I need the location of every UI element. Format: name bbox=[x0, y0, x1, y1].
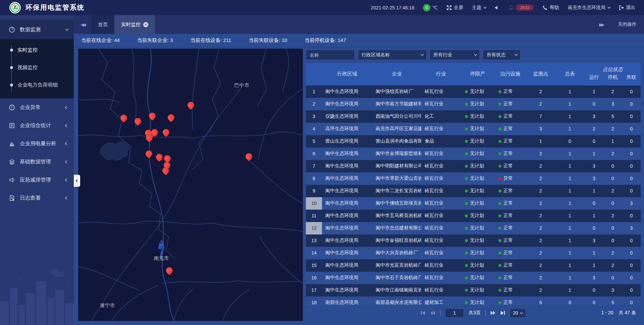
fullscreen-button[interactable]: 全屏 bbox=[446, 5, 463, 11]
cell-company: 阆中市江南镇阆南页岩 bbox=[372, 287, 421, 293]
table-row[interactable]: 13阆中生态环境局阆中市金福旺页岩机砖砖瓦行业无计划正常21300 bbox=[306, 234, 641, 247]
theme-button[interactable]: 主题 bbox=[472, 5, 486, 11]
cell-run-count: 1 bbox=[585, 188, 603, 194]
cell-monitor-count: 2 bbox=[526, 151, 555, 156]
cell-lost-count: 0 bbox=[622, 176, 641, 181]
table-row[interactable]: 18南部生态环境局南部县砌兴水泥有限公建材加工无计划正常60050 bbox=[306, 296, 641, 306]
cell-monitor-count: 2 bbox=[526, 250, 555, 256]
sidebar-item-emergency-reduction[interactable]: 应急减排管理 bbox=[0, 171, 74, 189]
logout-button[interactable]: 退出 bbox=[619, 5, 635, 11]
cell-lost-count: 0 bbox=[622, 126, 641, 131]
sidebar-item-company-statistics[interactable]: 企业综合统计 bbox=[0, 116, 74, 134]
cell-monitor-count: 2 bbox=[526, 176, 555, 181]
status-dot-green-icon bbox=[498, 115, 501, 118]
next-page-button[interactable] bbox=[490, 311, 495, 315]
close-operations-button[interactable]: 关闭操作 bbox=[618, 21, 637, 28]
alert-circle-icon bbox=[9, 104, 15, 111]
industry-filter-select[interactable]: 所有行业 bbox=[430, 50, 480, 60]
sidebar-item-data-monitor[interactable]: 数据监测 bbox=[0, 20, 74, 39]
col-facility: 治污设施 bbox=[494, 71, 526, 77]
sidebar-item-log-view[interactable]: 日志查看 bbox=[0, 189, 74, 207]
cell-facility-status: 正常 bbox=[494, 101, 526, 107]
table-row[interactable]: 2阆中生态环境局阆中市南方节能建材有砖瓦行业无计划正常21030 bbox=[306, 98, 641, 110]
cell-meter-count: 1 bbox=[555, 250, 585, 256]
tab-realtime-monitor[interactable]: 实时监控 × bbox=[114, 15, 155, 34]
table-row[interactable]: 10阆中生态环境局阆中千佛镇五郎垭页岩砖瓦行业无计划正常21003 bbox=[306, 197, 641, 210]
table-row[interactable]: 4高坪生态环境局南充市高坪区王家店建砖瓦行业无计划正常31220 bbox=[306, 123, 641, 135]
sidebar-item-power-load-detail[interactable]: 企业电力负荷明细 bbox=[0, 76, 74, 94]
cell-run-count: 0 bbox=[585, 225, 603, 231]
cell-facility-status: 正常 bbox=[494, 151, 526, 157]
table-row[interactable]: 1阆中生态环境局阆中强锐页岩砖厂砖瓦行业无计划正常21120 bbox=[306, 86, 641, 98]
table-row[interactable]: 12阆中生态环境局阆中市忠信建材有限公砖瓦行业无计划正常21003 bbox=[306, 222, 641, 234]
sidebar-item-realtime-monitor[interactable]: 实时监控 bbox=[0, 41, 74, 59]
cell-region: 阆中生态环境局 bbox=[322, 175, 372, 181]
cell-stop-count: 2 bbox=[603, 89, 622, 94]
notifications-button[interactable]: 2632 bbox=[508, 4, 534, 11]
sound-button[interactable] bbox=[494, 5, 500, 10]
sidebar-collapse-button[interactable] bbox=[74, 175, 80, 187]
cell-meter-count: 1 bbox=[555, 225, 585, 231]
table-row[interactable]: 6阆中生态环境局阆中市金博瑞新型墙材砖瓦行业无计划正常21120 bbox=[306, 148, 641, 160]
table-row[interactable]: 9阆中生态环境局阆中市二龙长宝页岩砖砖瓦行业无计划正常21120 bbox=[306, 185, 641, 197]
table-row[interactable]: 15阆中生态环境局阆中市光富页岩机砖厂砖瓦行业无计划正常21120 bbox=[306, 259, 641, 272]
cell-facility-status: 异常 bbox=[494, 175, 526, 181]
cell-limit-status: 无计划 bbox=[461, 300, 494, 306]
map-panel[interactable]: 巴中市南充市遂宁市 bbox=[78, 49, 303, 321]
table-row[interactable]: 17阆中生态环境局阆中市江南镇阆南页岩砖瓦行业无计划正常21030 bbox=[306, 284, 641, 296]
cell-region: 阆中生态环境局 bbox=[322, 213, 372, 219]
table-panel: 行政区域名称 所有行业 所有状态 行政区域 企业 行业 停限产 治污设施 监测点… bbox=[306, 49, 641, 320]
cell-region: 阆中生态环境局 bbox=[322, 163, 372, 169]
status-dot-green-icon bbox=[465, 177, 468, 180]
pager-separator bbox=[485, 310, 486, 316]
table-row[interactable]: 11阆中生态环境局阆中市五马桥页岩机砖砖瓦行业无计划正常21120 bbox=[306, 210, 641, 222]
cell-meter-count: 1 bbox=[555, 263, 585, 268]
table-row[interactable]: 16阆中生态环境局阆中市石子页岩机砖厂砖瓦行业无计划正常21300 bbox=[306, 272, 641, 284]
cell-company: 南充市高坪区王家店建 bbox=[372, 126, 421, 132]
prev-page-button[interactable] bbox=[430, 311, 435, 315]
cell-meter-count: 1 bbox=[555, 163, 585, 169]
tabs-scroll-right-button[interactable]: ▶▶ bbox=[592, 22, 610, 27]
first-page-button[interactable] bbox=[421, 311, 426, 315]
sidebar-item-video-monitor[interactable]: 视频监控 bbox=[0, 59, 74, 76]
page-number-input[interactable] bbox=[445, 309, 464, 318]
sidebar-item-company-abnormal[interactable]: 企业异常 bbox=[0, 98, 74, 116]
status-dot-red-icon bbox=[498, 177, 501, 180]
pagination-bar: 共3页 20 1 - 20 共 47 条 bbox=[306, 306, 641, 320]
cell-run-count: 0 bbox=[585, 201, 603, 206]
cell-index: 4 bbox=[306, 123, 322, 135]
sidebar-item-power-analysis[interactable]: 企业用电量分析 bbox=[0, 134, 74, 153]
cell-lost-count: 0 bbox=[622, 151, 641, 156]
cell-run-count: 3 bbox=[585, 275, 603, 280]
cell-meter-count: 1 bbox=[555, 238, 585, 243]
page-size-select[interactable]: 20 bbox=[510, 309, 526, 318]
cell-company: 西南油气田分公司川中 bbox=[372, 113, 421, 119]
last-page-button[interactable] bbox=[500, 311, 505, 315]
cell-meter-count: 1 bbox=[555, 275, 585, 280]
status-filter-select[interactable]: 所有状态 bbox=[483, 50, 521, 60]
cell-monitor-count: 2 bbox=[526, 213, 555, 218]
temperature: 0 ℃ bbox=[423, 4, 438, 11]
table-row[interactable]: 7阆中生态环境局阆中明阳建材有限公司砖瓦行业无计划正常21300 bbox=[306, 160, 641, 172]
table-row[interactable]: 5营山生态环境局营山县润丰肉食品有限食品无计划正常10010 bbox=[306, 135, 641, 148]
help-button[interactable]: 帮助 bbox=[542, 5, 559, 11]
status-dot-green-icon bbox=[498, 140, 501, 143]
cell-stop-count: 0 bbox=[603, 176, 622, 181]
tab-home[interactable]: 首页 bbox=[91, 15, 114, 34]
cell-index: 17 bbox=[306, 284, 322, 296]
cell-company: 阆中市金博瑞新型墙材 bbox=[372, 151, 421, 157]
cell-index: 16 bbox=[306, 272, 322, 284]
tabs-scroll-left-button[interactable]: ◀◀ bbox=[74, 15, 91, 34]
sidebar-item-base-data[interactable]: 基础数据管理 bbox=[0, 153, 74, 171]
table-row[interactable]: 14阆中生态环境局阆中大兴页岩机砖厂砖瓦行业无计划正常21120 bbox=[306, 247, 641, 259]
cell-meter-count: 0 bbox=[555, 139, 585, 144]
org-menu[interactable]: 南充市生态环境局 bbox=[568, 5, 610, 11]
table-row[interactable]: 3仪陇生态环境局西南油气田分公司川中化工无计划正常71350 bbox=[306, 110, 641, 123]
cell-region: 仪陇生态环境局 bbox=[322, 113, 372, 119]
status-dot-green-icon bbox=[498, 289, 501, 292]
table-row[interactable]: 8阆中生态环境局阆中市枣碧大梁山页岩砖瓦行业无计划异常21300 bbox=[306, 172, 641, 185]
cell-industry: 砖瓦行业 bbox=[421, 287, 461, 293]
name-filter-input[interactable] bbox=[306, 50, 355, 60]
region-filter-select[interactable]: 行政区域名称 bbox=[358, 50, 427, 60]
close-tab-icon[interactable]: × bbox=[143, 22, 148, 27]
